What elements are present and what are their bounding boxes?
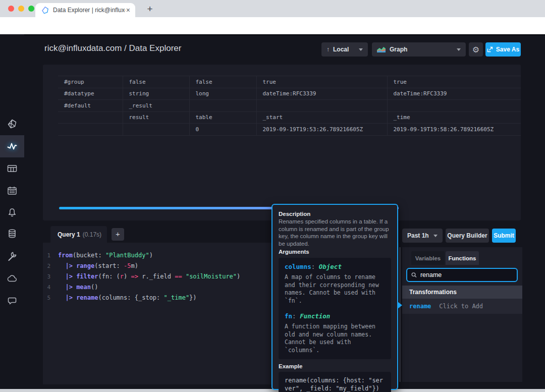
- table-cell: #group: [58, 76, 123, 88]
- function-search-box[interactable]: [406, 268, 518, 282]
- submit-button[interactable]: Submit: [492, 229, 516, 243]
- chevron-down-icon: [433, 235, 438, 237]
- local-dropdown[interactable]: ↑ Local: [321, 42, 368, 57]
- line-number: 4: [43, 282, 58, 293]
- submit-label: Submit: [494, 232, 514, 239]
- tab-variables[interactable]: Variables: [411, 251, 445, 265]
- influxdb-logo-icon: [7, 119, 18, 130]
- argument-type: Object: [319, 263, 342, 270]
- sidebar-item-settings[interactable]: [0, 245, 24, 267]
- line-number: 3: [43, 271, 58, 282]
- table-cell: _result: [123, 100, 189, 112]
- gear-icon: ⚙: [472, 45, 479, 54]
- tab-functions[interactable]: Functions: [446, 251, 479, 265]
- wrench-icon: [7, 251, 18, 262]
- sidebar-item-tasks[interactable]: [0, 180, 24, 202]
- sidebar-item-data-explorer[interactable]: [0, 135, 24, 157]
- area-chart-icon: [377, 46, 386, 52]
- graph-pulse-icon: [7, 141, 18, 152]
- chevron-down-icon: [359, 48, 363, 51]
- browser-tab[interactable]: Data Explorer | rick@influxdata ×: [35, 3, 135, 17]
- visualization-type-dropdown[interactable]: Graph: [372, 42, 466, 57]
- tooltip-arrow: [398, 302, 402, 309]
- sidebar-item-alerts[interactable]: [0, 201, 24, 223]
- table-cell: result: [123, 111, 189, 124]
- code-text: |> rename(columns: {_stop: "_time"}): [58, 293, 197, 303]
- table-row: #groupfalsefalsetruetrue: [58, 76, 521, 88]
- close-tab-icon[interactable]: ×: [125, 7, 131, 14]
- table-cell: [387, 100, 521, 112]
- bell-icon: [7, 207, 18, 218]
- panel-drag-handle[interactable]: [399, 247, 401, 382]
- tooltip-description-title: Description: [279, 211, 391, 217]
- argument-name: fn: [285, 312, 292, 320]
- table-cell: _start: [256, 111, 387, 124]
- code-text: |> mean(): [58, 282, 98, 293]
- table-cell: false: [123, 76, 189, 88]
- browser-toolbar: ← → ⟳ us-west-2-1.aws.cloud2.influxdata.…: [0, 17, 545, 34]
- argument-description: A map of columns to rename and their cor…: [285, 273, 385, 305]
- table-cell: [256, 100, 387, 112]
- functions-panel: Variables Functions Transformations rena…: [402, 247, 522, 382]
- table-cell: [58, 111, 123, 124]
- calendar-icon: [7, 185, 18, 196]
- window-zoom-button[interactable]: [28, 6, 34, 12]
- sidebar-item-load-data[interactable]: [0, 222, 24, 245]
- code-text: |> filter(fn: (r) => r._field == "soilMo…: [58, 271, 240, 282]
- function-search-input[interactable]: [420, 271, 513, 278]
- tooltip-description-text: Renames specified columns in a table. If…: [279, 218, 391, 247]
- add-query-button[interactable]: +: [112, 228, 124, 241]
- sidebar-item-dashboards[interactable]: [0, 157, 24, 180]
- save-as-button[interactable]: Save As: [485, 42, 521, 57]
- tooltip-argument: fn: FunctionA function mapping between o…: [285, 312, 385, 354]
- table-row: 02019-09-19T19:53:26.789216605Z2019-09-1…: [58, 124, 521, 136]
- new-tab-button[interactable]: +: [143, 3, 156, 16]
- window-minimize-button[interactable]: [18, 6, 24, 12]
- table-cell: [189, 100, 256, 112]
- visualization-type-label: Graph: [390, 46, 407, 53]
- tab-variables-label: Variables: [415, 255, 441, 261]
- argument-description: A function mapping between old and new c…: [285, 323, 385, 354]
- database-icon: [7, 228, 18, 239]
- export-icon: [487, 46, 493, 52]
- time-range-dropdown[interactable]: Past 1h: [402, 229, 443, 243]
- browser-tabstrip: Data Explorer | rick@influxdata × +: [0, 0, 545, 17]
- tooltip-arguments-title: Arguments: [279, 249, 391, 255]
- table-cell: true: [387, 76, 521, 88]
- chat-bubble-icon: [7, 295, 18, 306]
- click-to-add-hint: Click to Add: [439, 303, 483, 310]
- save-as-label: Save As: [496, 46, 519, 53]
- sidebar-item-feedback[interactable]: [0, 290, 24, 312]
- tab-title: Data Explorer | rick@influxdata: [53, 7, 125, 14]
- table-cell: long: [189, 88, 256, 100]
- search-icon: [411, 272, 417, 278]
- page-title: rick@influxdata.com / Data Explorer: [44, 43, 181, 53]
- query-builder-button[interactable]: Query Builder: [446, 229, 489, 243]
- table-cell: true: [256, 76, 387, 88]
- influxdb-favicon: [41, 7, 49, 14]
- window-close-button[interactable]: [8, 6, 14, 12]
- function-list-item-rename[interactable]: rename Click to Add: [402, 299, 522, 314]
- query-tab[interactable]: Query 1 (0.17s): [50, 226, 107, 243]
- table-cell: dateTime:RFC3339: [256, 88, 387, 100]
- table-cell: table: [189, 111, 256, 124]
- tooltip-arguments-box: columns: ObjectA map of columns to renam…: [279, 258, 391, 359]
- query-tab-label: Query 1: [58, 231, 80, 238]
- cloud-icon: [7, 273, 18, 284]
- argument-type: Function: [300, 312, 330, 320]
- sidebar-item-cloud[interactable]: [0, 267, 24, 290]
- local-dropdown-label: Local: [333, 46, 349, 53]
- visualization-panel: #groupfalsefalsetruetrue#datatypestringl…: [43, 65, 521, 220]
- graph-settings-button[interactable]: ⚙: [469, 42, 483, 57]
- table-cell: #default: [58, 100, 123, 112]
- table-cell: 0: [189, 124, 256, 136]
- code-text: from(bucket: "PlantBuddy"): [58, 250, 153, 261]
- table-cell: dateTime:RFC3339: [387, 88, 521, 100]
- function-tooltip: Description Renames specified columns in…: [271, 204, 398, 390]
- line-number: 1: [43, 250, 58, 261]
- table-row: #default_result: [58, 100, 521, 112]
- raw-data-table[interactable]: #groupfalsefalsetruetrue#datatypestringl…: [58, 76, 521, 136]
- sidebar-item-influxdb-logo[interactable]: [0, 113, 24, 135]
- table-cell: [58, 124, 123, 136]
- table-cell: string: [123, 88, 189, 100]
